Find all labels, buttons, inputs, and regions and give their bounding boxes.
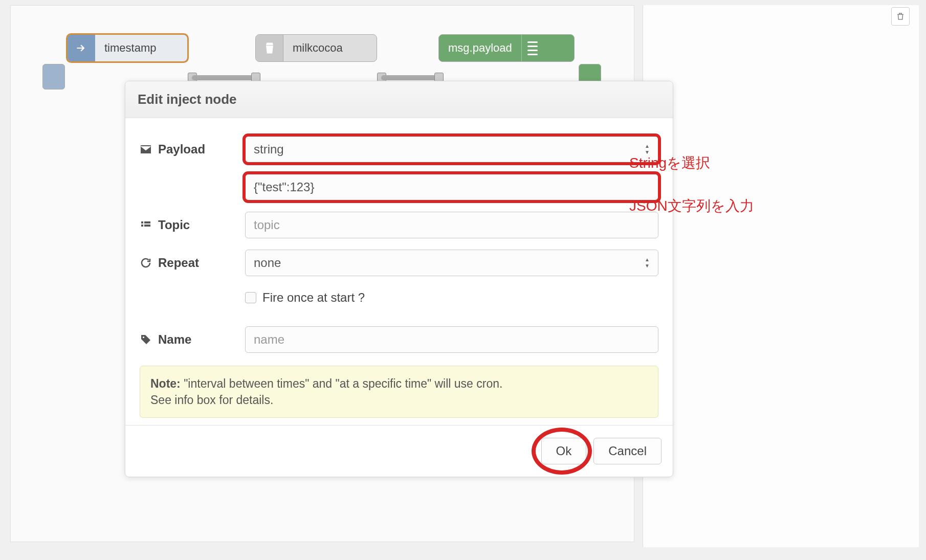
payload-type-value: string bbox=[254, 142, 284, 156]
fire-once-label: Fire once at start ? bbox=[262, 290, 365, 305]
topic-label: Topic bbox=[140, 218, 245, 232]
debug-node-label: msg.payload bbox=[439, 41, 521, 55]
payload-value-input[interactable]: {"test":123} bbox=[245, 174, 658, 200]
edit-inject-dialog: Edit inject node Payload string {"test":… bbox=[125, 81, 673, 477]
milkcocoa-icon bbox=[256, 35, 283, 61]
side-panel bbox=[643, 5, 919, 547]
wire bbox=[192, 75, 258, 80]
svg-rect-1 bbox=[141, 225, 143, 227]
fire-once-checkbox[interactable] bbox=[245, 292, 256, 303]
dialog-body: Payload string {"test":123} Topic topic bbox=[125, 118, 673, 425]
repeat-value: none bbox=[254, 256, 281, 270]
function-node-label: milkcocoa bbox=[283, 41, 352, 55]
trash-button[interactable] bbox=[891, 7, 910, 26]
svg-point-4 bbox=[143, 337, 144, 338]
payload-type-select[interactable]: string bbox=[245, 136, 658, 163]
envelope-icon bbox=[140, 143, 152, 155]
arrow-right-icon bbox=[68, 35, 95, 61]
name-label: Name bbox=[140, 332, 245, 347]
inject-node-label: timestamp bbox=[95, 35, 187, 61]
repeat-icon bbox=[140, 257, 152, 269]
annotation-string-select: Stringを選択 bbox=[629, 153, 710, 173]
dialog-footer: Ok Cancel bbox=[125, 425, 673, 477]
function-node[interactable]: milkcocoa bbox=[255, 34, 377, 62]
annotation-json-input: JSON文字列を入力 bbox=[629, 196, 754, 216]
trash-icon bbox=[896, 12, 905, 21]
cancel-button[interactable]: Cancel bbox=[593, 438, 662, 464]
repeat-label: Repeat bbox=[140, 256, 245, 270]
svg-rect-3 bbox=[144, 225, 150, 227]
debug-bars-icon bbox=[521, 35, 544, 61]
flow-row: timestamp milkcocoa msg.payload bbox=[11, 34, 634, 80]
wire bbox=[381, 75, 440, 80]
note-box: Note: "interval between times" and "at a… bbox=[140, 366, 658, 418]
debug-node[interactable]: msg.payload bbox=[438, 34, 575, 62]
topic-input[interactable]: topic bbox=[245, 212, 658, 238]
dialog-title: Edit inject node bbox=[125, 81, 673, 118]
svg-rect-0 bbox=[141, 221, 143, 223]
list-icon bbox=[140, 219, 152, 231]
ok-button[interactable]: Ok bbox=[541, 438, 587, 464]
inject-trigger-button[interactable] bbox=[42, 64, 65, 89]
payload-label: Payload bbox=[140, 142, 245, 156]
name-input[interactable]: name bbox=[245, 326, 658, 353]
repeat-select[interactable]: none bbox=[245, 250, 658, 276]
chevron-updown-icon bbox=[645, 257, 650, 268]
svg-rect-2 bbox=[144, 221, 150, 223]
inject-node[interactable]: timestamp bbox=[67, 34, 188, 62]
tag-icon bbox=[140, 333, 152, 346]
